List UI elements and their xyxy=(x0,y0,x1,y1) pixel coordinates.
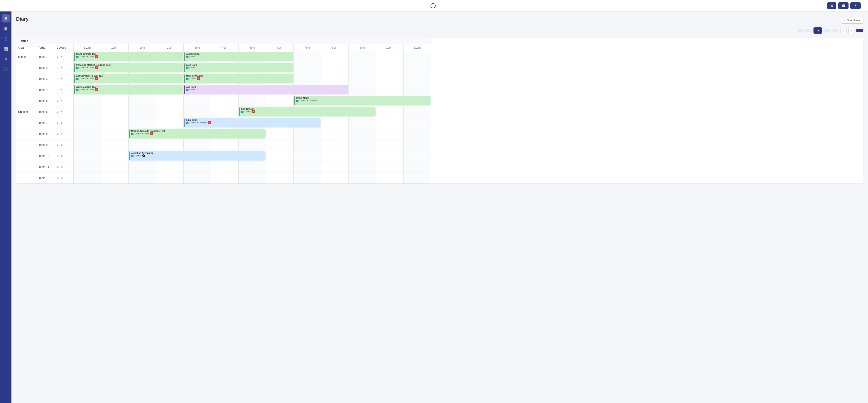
time-slot-cell[interactable] xyxy=(129,140,156,150)
time-slot-cell[interactable] xyxy=(404,140,431,150)
time-slot-cell[interactable] xyxy=(184,162,211,172)
fullscreen-button[interactable] xyxy=(856,29,863,32)
time-slot-cell[interactable] xyxy=(321,162,348,172)
booking-block[interactable]: Alan Borg👥 4 adults xyxy=(184,63,293,73)
time-slot-cell[interactable]: Jason Galea👥 4 adults xyxy=(184,51,211,62)
info-button[interactable] xyxy=(797,29,803,32)
time-slot-cell[interactable] xyxy=(376,62,404,74)
time-slot-cell[interactable] xyxy=(404,107,431,117)
time-slot-cell[interactable] xyxy=(321,74,348,84)
time-slot-cell[interactable] xyxy=(129,107,156,117)
day-view-button[interactable] xyxy=(805,29,812,32)
time-slot-cell[interactable] xyxy=(293,74,321,84)
time-slot-cell[interactable] xyxy=(266,128,293,140)
time-slot-cell[interactable] xyxy=(73,162,101,172)
time-slot-cell[interactable]: Alan Borg👥 4 adults xyxy=(184,62,211,74)
time-slot-cell[interactable] xyxy=(293,162,321,172)
time-slot-cell[interactable]: Joe Borg👥 4 adults xyxy=(184,84,211,95)
time-slot-cell[interactable] xyxy=(404,74,431,84)
time-slot-cell[interactable] xyxy=(348,150,376,162)
today-button[interactable] xyxy=(832,29,839,32)
time-slot-cell[interactable]: Luke Borg👥 2 adults • 2 children! xyxy=(184,117,211,128)
time-slot-cell[interactable] xyxy=(293,128,321,140)
sidebar-icon-analytics[interactable]: 📊 xyxy=(2,45,10,53)
booking-block[interactable]: Mary Azzopardi👥 4 adults! xyxy=(184,74,293,84)
time-slot-cell[interactable] xyxy=(184,140,211,150)
time-slot-cell[interactable] xyxy=(101,128,129,140)
time-slot-cell[interactable] xyxy=(101,172,129,183)
time-slot-cell[interactable] xyxy=(404,150,431,162)
time-slot-cell[interactable] xyxy=(101,150,129,162)
time-slot-cell[interactable] xyxy=(156,95,184,107)
time-slot-cell[interactable] xyxy=(239,172,266,183)
time-slot-cell[interactable] xyxy=(73,140,101,150)
time-slot-cell[interactable] xyxy=(348,128,376,140)
time-slot-cell[interactable] xyxy=(73,150,101,162)
time-slot-cell[interactable] xyxy=(73,95,101,107)
time-slot-cell[interactable] xyxy=(211,107,239,117)
time-slot-cell[interactable]: Margot-Adélaïde Lacombe Test👥 2 adults •… xyxy=(129,128,156,140)
time-slot-cell[interactable] xyxy=(129,117,156,128)
time-slot-cell[interactable] xyxy=(129,162,156,172)
time-slot-cell[interactable] xyxy=(211,95,239,107)
time-slot-cell[interactable] xyxy=(211,172,239,183)
time-slot-cell[interactable] xyxy=(348,62,376,74)
time-slot-cell[interactable] xyxy=(156,162,184,172)
time-slot-cell[interactable] xyxy=(348,140,376,150)
time-slot-cell[interactable] xyxy=(404,51,431,62)
open-note-button[interactable]: ‹ Open Note xyxy=(841,17,863,24)
time-slot-cell[interactable]: Diane Grenier Test👥 2 adults • 1 child! xyxy=(73,51,101,62)
booking-block[interactable]: Jonathan Azzopardi👥 2 adults★ xyxy=(129,151,266,161)
time-slot-cell[interactable] xyxy=(348,172,376,183)
time-slot-cell[interactable] xyxy=(101,107,129,117)
time-slot-cell[interactable] xyxy=(376,117,404,128)
time-slot-cell[interactable] xyxy=(101,162,129,172)
time-slot-cell[interactable] xyxy=(266,140,293,150)
time-slot-cell[interactable] xyxy=(101,95,129,107)
time-slot-cell[interactable] xyxy=(376,74,404,84)
booking-block[interactable]: Karl Cassar👥 4 adults! xyxy=(239,107,376,117)
booking-button[interactable]: ⊞ xyxy=(827,2,836,9)
close-off-button[interactable]: ▾ xyxy=(813,27,822,34)
time-slot-cell[interactable] xyxy=(293,140,321,150)
diary-button[interactable]: 📅 xyxy=(838,2,848,9)
booking-block[interactable]: Margot-Adélaïde Lacombe Test👥 2 adults •… xyxy=(129,129,266,139)
time-slot-cell[interactable] xyxy=(404,162,431,172)
time-slot-cell[interactable] xyxy=(348,162,376,172)
time-slot-cell[interactable] xyxy=(129,172,156,183)
booking-block[interactable]: Astrid Potier-Le Gall Test👥 2 adults • 1… xyxy=(74,74,183,84)
time-slot-cell[interactable] xyxy=(404,117,431,128)
sidebar-icon-grid[interactable]: ⊞ xyxy=(2,14,10,23)
time-slot-cell[interactable] xyxy=(184,107,211,117)
booking-block[interactable]: Joe Borg👥 4 adults xyxy=(184,85,348,94)
time-slot-cell[interactable] xyxy=(73,117,101,128)
sidebar-icon-diary[interactable]: 📋 xyxy=(2,24,10,33)
time-slot-cell[interactable]: Pénélope Martins-Bourdon Test👥 2 adults … xyxy=(73,62,101,74)
booking-block[interactable]: Doris Attard👥 2 adults • 2 children xyxy=(294,96,431,106)
sidebar-icon-users[interactable]: 👤 xyxy=(2,34,10,43)
time-slot-cell[interactable] xyxy=(404,84,431,95)
time-slot-cell[interactable] xyxy=(239,95,266,107)
time-slot-cell[interactable] xyxy=(266,162,293,172)
sidebar-icon-settings[interactable]: ⚙ xyxy=(2,55,10,63)
time-slot-cell[interactable] xyxy=(101,140,129,150)
time-slot-cell[interactable]: Jules Maillard Test👥 2 adults • 1 child! xyxy=(73,84,101,95)
time-slot-cell[interactable] xyxy=(376,84,404,95)
time-slot-cell[interactable]: Mary Azzopardi👥 4 adults! xyxy=(184,74,211,84)
time-slot-cell[interactable] xyxy=(404,128,431,140)
time-slot-cell[interactable] xyxy=(129,95,156,107)
time-slot-cell[interactable] xyxy=(376,51,404,62)
time-slot-cell[interactable] xyxy=(211,140,239,150)
booking-block[interactable]: Jules Maillard Test👥 2 adults • 1 child! xyxy=(74,85,183,94)
next-day-button[interactable]: › xyxy=(848,27,854,34)
time-slot-cell[interactable] xyxy=(321,51,348,62)
walkin-button[interactable]: 🚶 xyxy=(850,2,861,9)
time-slot-cell[interactable] xyxy=(348,74,376,84)
booking-block[interactable]: Jason Galea👥 4 adults xyxy=(184,52,293,61)
time-slot-cell[interactable] xyxy=(348,117,376,128)
time-slot-cell[interactable] xyxy=(321,62,348,74)
time-slot-cell[interactable] xyxy=(101,117,129,128)
time-slot-cell[interactable] xyxy=(376,128,404,140)
time-slot-cell[interactable] xyxy=(348,84,376,95)
time-slot-cell[interactable] xyxy=(73,107,101,117)
